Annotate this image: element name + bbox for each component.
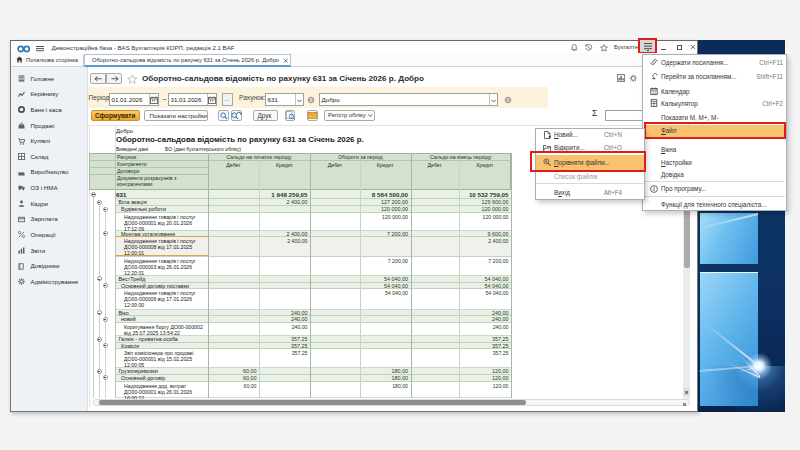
svg-text:31: 31 [652, 90, 657, 95]
